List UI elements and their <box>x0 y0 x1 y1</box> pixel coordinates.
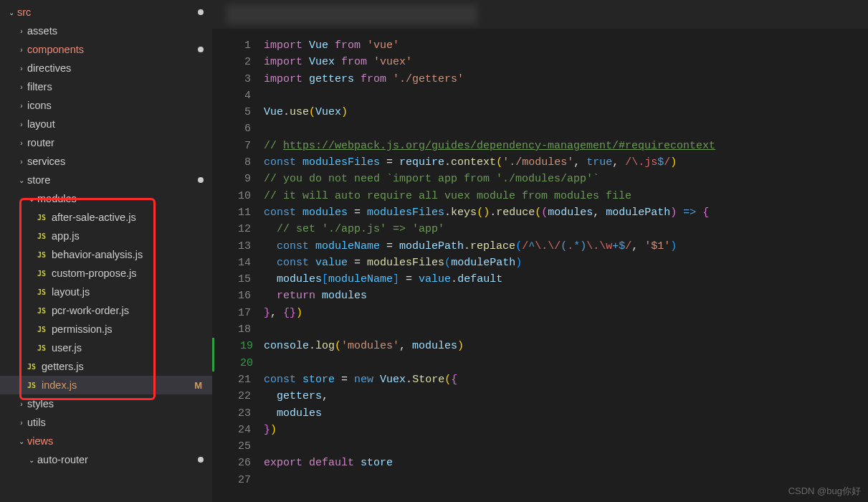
file-pcr-work-order.js[interactable]: JSpcr-work-order.js <box>0 301 212 320</box>
code-line[interactable]: console.log('modules', modules) <box>264 338 868 354</box>
folder-utils[interactable]: ›utils <box>0 413 212 432</box>
code-line[interactable] <box>264 87 868 104</box>
code-line[interactable]: const modulesFiles = require.context('./… <box>264 154 868 171</box>
code-line[interactable]: import Vue from 'vue' <box>264 37 868 54</box>
line-gutter: 1234567891011121314151617181920212223242… <box>212 37 264 488</box>
line-number: 13 <box>212 238 251 255</box>
js-file-icon: JS <box>26 382 37 389</box>
chevron-right-icon: › <box>16 46 27 54</box>
line-number: 2 <box>212 54 251 70</box>
line-number: 11 <box>212 204 251 221</box>
code-line[interactable]: // set './app.js' => 'app' <box>264 221 868 237</box>
line-number: 6 <box>212 120 251 137</box>
code-line[interactable]: const store = new Vuex.Store({ <box>264 371 868 388</box>
watermark: CSDN @bug你好 <box>788 485 861 498</box>
code-line[interactable]: modules[moduleName] = value.default <box>264 271 868 288</box>
folder-directives[interactable]: ›directives <box>0 59 212 77</box>
line-number: 18 <box>212 321 251 338</box>
file-getters.js[interactable]: JSgetters.js <box>0 357 212 376</box>
file-index.js[interactable]: JSindex.jsM <box>0 376 212 394</box>
folder-assets[interactable]: ›assets <box>0 22 212 40</box>
file-permission.js[interactable]: JSpermission.js <box>0 320 212 338</box>
chevron-right-icon: › <box>16 83 27 91</box>
line-number: 1 <box>212 37 251 54</box>
file-custom-propose.js[interactable]: JScustom-propose.js <box>0 264 212 283</box>
line-number: 15 <box>212 271 251 288</box>
file-app.js[interactable]: JSapp.js <box>0 227 212 245</box>
code-line[interactable]: const value = modulesFiles(modulePath) <box>264 255 868 271</box>
code-line[interactable]: modules <box>264 405 868 422</box>
js-file-icon: JS <box>36 270 47 278</box>
code-line[interactable]: getters, <box>264 388 868 404</box>
code-content[interactable]: import Vue from 'vue'import Vuex from 'v… <box>264 37 868 488</box>
code-line[interactable]: export default store <box>264 455 868 471</box>
file-layout.js[interactable]: JSlayout.js <box>0 283 212 301</box>
folder-modules[interactable]: ⌄modules <box>0 189 212 208</box>
folder-services[interactable]: ›services <box>0 152 212 171</box>
code-line[interactable]: // it will auto require all vuex module … <box>264 188 868 204</box>
line-number: 10 <box>212 188 251 204</box>
js-file-icon: JS <box>26 363 37 371</box>
js-file-icon: JS <box>36 214 47 222</box>
file-user.js[interactable]: JSuser.js <box>0 338 212 357</box>
line-number: 27 <box>212 472 251 488</box>
code-line[interactable] <box>264 355 868 371</box>
js-file-icon: JS <box>36 307 47 315</box>
file-after-sale-active.js[interactable]: JSafter-sale-active.js <box>0 208 212 227</box>
code-line[interactable]: import Vuex from 'vuex' <box>264 54 868 70</box>
code-line[interactable]: const moduleName = modulePath.replace(/^… <box>264 238 868 255</box>
folder-src[interactable]: ⌄src <box>0 3 212 22</box>
folder-icons[interactable]: ›icons <box>0 96 212 115</box>
folder-router[interactable]: ›router <box>0 133 212 152</box>
modified-dot-icon <box>198 47 204 52</box>
chevron-down-icon: ⌄ <box>26 195 37 203</box>
code-line[interactable] <box>264 472 868 488</box>
code-area[interactable]: 1234567891011121314151617181920212223242… <box>212 29 868 488</box>
modified-dot-icon <box>198 457 204 463</box>
line-number: 12 <box>212 221 251 237</box>
tab-bar[interactable] <box>212 0 868 29</box>
chevron-right-icon: › <box>16 102 27 110</box>
code-line[interactable]: // https://webpack.js.org/guides/depende… <box>264 138 868 154</box>
chevron-down-icon: ⌄ <box>16 437 27 445</box>
folder-views[interactable]: ⌄views <box>0 432 212 450</box>
line-number: 25 <box>212 438 251 455</box>
code-line[interactable] <box>264 321 868 338</box>
folder-components[interactable]: ›components <box>0 40 212 59</box>
line-number: 24 <box>212 422 251 438</box>
line-number: 19 <box>212 338 253 354</box>
line-number: 23 <box>212 405 251 422</box>
line-number: 22 <box>212 388 251 404</box>
folder-auto-router[interactable]: ⌄auto-router <box>0 450 212 469</box>
code-line[interactable]: return modules <box>264 288 868 304</box>
folder-filters[interactable]: ›filters <box>0 77 212 96</box>
git-status-badge: M <box>194 380 202 391</box>
file-explorer[interactable]: ⌄src›assets›components›directives›filter… <box>0 0 212 502</box>
code-line[interactable]: const modules = modulesFiles.keys().redu… <box>264 204 868 221</box>
line-number: 20 <box>212 355 253 371</box>
line-number: 3 <box>212 71 251 87</box>
chevron-right-icon: › <box>16 139 27 147</box>
line-number: 17 <box>212 305 251 321</box>
js-file-icon: JS <box>36 232 47 240</box>
modified-dot-icon <box>198 177 204 183</box>
chevron-down-icon: ⌄ <box>16 176 27 184</box>
code-line[interactable]: // you do not need `import app from './m… <box>264 171 868 187</box>
folder-styles[interactable]: ›styles <box>0 394 212 413</box>
code-line[interactable]: Vue.use(Vuex) <box>264 104 868 120</box>
code-line[interactable]: }, {}) <box>264 305 868 321</box>
js-file-icon: JS <box>36 344 47 352</box>
chevron-right-icon: › <box>16 120 27 128</box>
folder-layout[interactable]: ›layout <box>0 115 212 133</box>
js-file-icon: JS <box>36 251 47 259</box>
chevron-right-icon: › <box>16 65 27 72</box>
code-line[interactable] <box>264 438 868 455</box>
file-behavior-analysis.js[interactable]: JSbehavior-analysis.js <box>0 245 212 264</box>
code-line[interactable]: import getters from './getters' <box>264 71 868 87</box>
code-line[interactable] <box>264 120 868 137</box>
js-file-icon: JS <box>36 326 47 333</box>
editor[interactable]: 1234567891011121314151617181920212223242… <box>212 0 868 502</box>
modified-dot-icon <box>198 9 204 15</box>
folder-store[interactable]: ⌄store <box>0 171 212 189</box>
code-line[interactable]: }) <box>264 422 868 438</box>
